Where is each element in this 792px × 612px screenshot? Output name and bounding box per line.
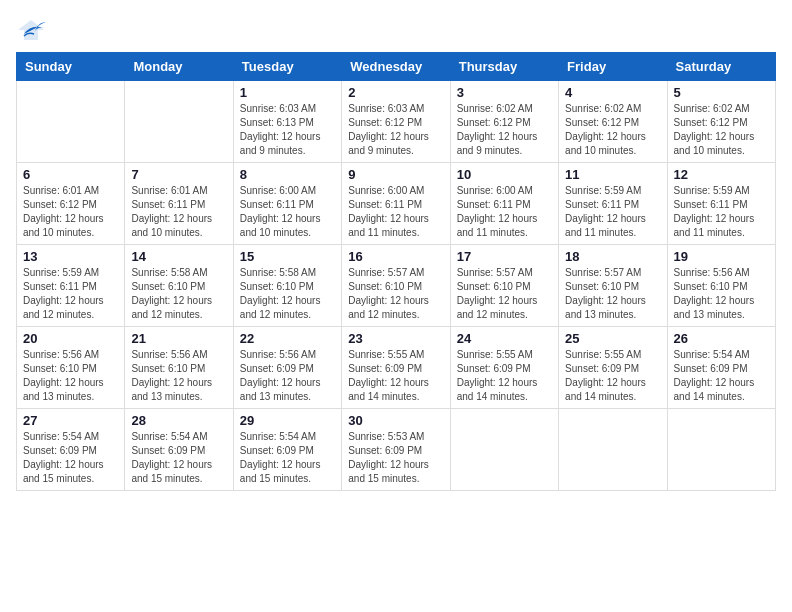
day-number: 14 — [131, 249, 226, 264]
weekday-header-thursday: Thursday — [450, 53, 558, 81]
calendar-cell: 27Sunrise: 5:54 AM Sunset: 6:09 PM Dayli… — [17, 409, 125, 491]
day-number: 21 — [131, 331, 226, 346]
calendar-week-row: 20Sunrise: 5:56 AM Sunset: 6:10 PM Dayli… — [17, 327, 776, 409]
day-info: Sunrise: 5:58 AM Sunset: 6:10 PM Dayligh… — [131, 266, 226, 322]
calendar-cell — [125, 81, 233, 163]
day-info: Sunrise: 5:54 AM Sunset: 6:09 PM Dayligh… — [240, 430, 335, 486]
calendar-cell: 28Sunrise: 5:54 AM Sunset: 6:09 PM Dayli… — [125, 409, 233, 491]
day-info: Sunrise: 6:02 AM Sunset: 6:12 PM Dayligh… — [565, 102, 660, 158]
day-info: Sunrise: 5:56 AM Sunset: 6:10 PM Dayligh… — [23, 348, 118, 404]
calendar-cell: 25Sunrise: 5:55 AM Sunset: 6:09 PM Dayli… — [559, 327, 667, 409]
calendar-cell — [559, 409, 667, 491]
day-info: Sunrise: 5:57 AM Sunset: 6:10 PM Dayligh… — [565, 266, 660, 322]
day-number: 28 — [131, 413, 226, 428]
calendar-cell: 30Sunrise: 5:53 AM Sunset: 6:09 PM Dayli… — [342, 409, 450, 491]
day-info: Sunrise: 5:58 AM Sunset: 6:10 PM Dayligh… — [240, 266, 335, 322]
day-info: Sunrise: 5:55 AM Sunset: 6:09 PM Dayligh… — [565, 348, 660, 404]
logo-icon — [16, 16, 46, 44]
day-number: 15 — [240, 249, 335, 264]
day-info: Sunrise: 5:54 AM Sunset: 6:09 PM Dayligh… — [674, 348, 769, 404]
day-number: 20 — [23, 331, 118, 346]
calendar-cell: 24Sunrise: 5:55 AM Sunset: 6:09 PM Dayli… — [450, 327, 558, 409]
day-number: 11 — [565, 167, 660, 182]
calendar-cell: 16Sunrise: 5:57 AM Sunset: 6:10 PM Dayli… — [342, 245, 450, 327]
day-info: Sunrise: 6:00 AM Sunset: 6:11 PM Dayligh… — [457, 184, 552, 240]
day-info: Sunrise: 5:57 AM Sunset: 6:10 PM Dayligh… — [348, 266, 443, 322]
day-number: 29 — [240, 413, 335, 428]
day-number: 16 — [348, 249, 443, 264]
day-number: 22 — [240, 331, 335, 346]
day-info: Sunrise: 6:01 AM Sunset: 6:12 PM Dayligh… — [23, 184, 118, 240]
calendar-cell: 4Sunrise: 6:02 AM Sunset: 6:12 PM Daylig… — [559, 81, 667, 163]
weekday-header-sunday: Sunday — [17, 53, 125, 81]
calendar-cell: 18Sunrise: 5:57 AM Sunset: 6:10 PM Dayli… — [559, 245, 667, 327]
weekday-header-saturday: Saturday — [667, 53, 775, 81]
weekday-header-row: SundayMondayTuesdayWednesdayThursdayFrid… — [17, 53, 776, 81]
day-number: 12 — [674, 167, 769, 182]
calendar-cell: 12Sunrise: 5:59 AM Sunset: 6:11 PM Dayli… — [667, 163, 775, 245]
day-number: 25 — [565, 331, 660, 346]
day-number: 6 — [23, 167, 118, 182]
calendar-cell: 3Sunrise: 6:02 AM Sunset: 6:12 PM Daylig… — [450, 81, 558, 163]
calendar-cell: 10Sunrise: 6:00 AM Sunset: 6:11 PM Dayli… — [450, 163, 558, 245]
day-info: Sunrise: 6:02 AM Sunset: 6:12 PM Dayligh… — [674, 102, 769, 158]
day-info: Sunrise: 5:55 AM Sunset: 6:09 PM Dayligh… — [348, 348, 443, 404]
day-info: Sunrise: 6:03 AM Sunset: 6:13 PM Dayligh… — [240, 102, 335, 158]
calendar-cell — [450, 409, 558, 491]
day-number: 10 — [457, 167, 552, 182]
day-number: 1 — [240, 85, 335, 100]
calendar-cell: 17Sunrise: 5:57 AM Sunset: 6:10 PM Dayli… — [450, 245, 558, 327]
weekday-header-tuesday: Tuesday — [233, 53, 341, 81]
calendar-cell: 14Sunrise: 5:58 AM Sunset: 6:10 PM Dayli… — [125, 245, 233, 327]
day-info: Sunrise: 6:03 AM Sunset: 6:12 PM Dayligh… — [348, 102, 443, 158]
day-info: Sunrise: 5:59 AM Sunset: 6:11 PM Dayligh… — [23, 266, 118, 322]
calendar-cell: 22Sunrise: 5:56 AM Sunset: 6:09 PM Dayli… — [233, 327, 341, 409]
calendar-cell: 23Sunrise: 5:55 AM Sunset: 6:09 PM Dayli… — [342, 327, 450, 409]
calendar-cell: 19Sunrise: 5:56 AM Sunset: 6:10 PM Dayli… — [667, 245, 775, 327]
page-header — [16, 16, 776, 44]
calendar-cell: 2Sunrise: 6:03 AM Sunset: 6:12 PM Daylig… — [342, 81, 450, 163]
calendar-cell — [667, 409, 775, 491]
day-number: 7 — [131, 167, 226, 182]
day-number: 13 — [23, 249, 118, 264]
day-number: 2 — [348, 85, 443, 100]
day-number: 19 — [674, 249, 769, 264]
day-number: 9 — [348, 167, 443, 182]
day-number: 8 — [240, 167, 335, 182]
day-number: 26 — [674, 331, 769, 346]
day-info: Sunrise: 5:54 AM Sunset: 6:09 PM Dayligh… — [131, 430, 226, 486]
calendar-cell: 15Sunrise: 5:58 AM Sunset: 6:10 PM Dayli… — [233, 245, 341, 327]
day-info: Sunrise: 6:02 AM Sunset: 6:12 PM Dayligh… — [457, 102, 552, 158]
calendar-week-row: 27Sunrise: 5:54 AM Sunset: 6:09 PM Dayli… — [17, 409, 776, 491]
calendar-cell: 20Sunrise: 5:56 AM Sunset: 6:10 PM Dayli… — [17, 327, 125, 409]
day-number: 17 — [457, 249, 552, 264]
calendar-week-row: 6Sunrise: 6:01 AM Sunset: 6:12 PM Daylig… — [17, 163, 776, 245]
day-info: Sunrise: 5:59 AM Sunset: 6:11 PM Dayligh… — [674, 184, 769, 240]
day-number: 5 — [674, 85, 769, 100]
calendar-cell: 26Sunrise: 5:54 AM Sunset: 6:09 PM Dayli… — [667, 327, 775, 409]
day-info: Sunrise: 5:57 AM Sunset: 6:10 PM Dayligh… — [457, 266, 552, 322]
day-info: Sunrise: 6:00 AM Sunset: 6:11 PM Dayligh… — [240, 184, 335, 240]
day-info: Sunrise: 6:00 AM Sunset: 6:11 PM Dayligh… — [348, 184, 443, 240]
calendar-cell: 9Sunrise: 6:00 AM Sunset: 6:11 PM Daylig… — [342, 163, 450, 245]
day-number: 24 — [457, 331, 552, 346]
day-info: Sunrise: 5:59 AM Sunset: 6:11 PM Dayligh… — [565, 184, 660, 240]
day-info: Sunrise: 5:53 AM Sunset: 6:09 PM Dayligh… — [348, 430, 443, 486]
calendar-cell — [17, 81, 125, 163]
calendar-cell: 6Sunrise: 6:01 AM Sunset: 6:12 PM Daylig… — [17, 163, 125, 245]
calendar-cell: 8Sunrise: 6:00 AM Sunset: 6:11 PM Daylig… — [233, 163, 341, 245]
weekday-header-friday: Friday — [559, 53, 667, 81]
calendar-cell: 5Sunrise: 6:02 AM Sunset: 6:12 PM Daylig… — [667, 81, 775, 163]
day-info: Sunrise: 5:56 AM Sunset: 6:10 PM Dayligh… — [674, 266, 769, 322]
day-info: Sunrise: 5:56 AM Sunset: 6:10 PM Dayligh… — [131, 348, 226, 404]
calendar-cell: 11Sunrise: 5:59 AM Sunset: 6:11 PM Dayli… — [559, 163, 667, 245]
weekday-header-monday: Monday — [125, 53, 233, 81]
day-number: 30 — [348, 413, 443, 428]
logo — [16, 16, 50, 44]
day-number: 3 — [457, 85, 552, 100]
day-number: 23 — [348, 331, 443, 346]
day-number: 18 — [565, 249, 660, 264]
calendar-cell: 1Sunrise: 6:03 AM Sunset: 6:13 PM Daylig… — [233, 81, 341, 163]
calendar-cell: 21Sunrise: 5:56 AM Sunset: 6:10 PM Dayli… — [125, 327, 233, 409]
day-info: Sunrise: 6:01 AM Sunset: 6:11 PM Dayligh… — [131, 184, 226, 240]
